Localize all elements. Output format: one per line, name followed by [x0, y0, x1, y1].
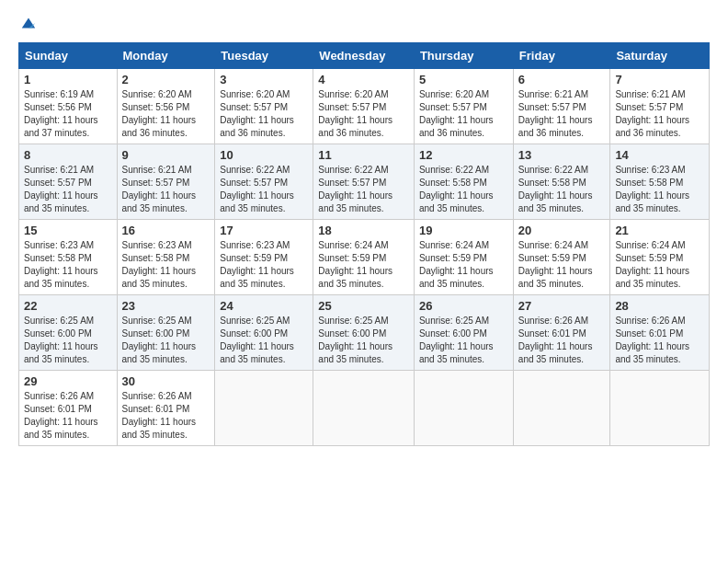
day-info: Sunrise: 6:22 AM Sunset: 5:57 PM Dayligh… [318, 164, 409, 215]
day-info: Sunrise: 6:20 AM Sunset: 5:56 PM Dayligh… [122, 88, 210, 140]
day-number: 23 [122, 299, 210, 313]
day-number: 1 [24, 73, 112, 86]
calendar-cell [215, 371, 313, 446]
day-number: 9 [122, 148, 210, 162]
header [18, 15, 710, 31]
svg-marker-0 [22, 18, 35, 29]
calendar-cell: 9Sunrise: 6:21 AM Sunset: 5:57 PM Daylig… [117, 144, 215, 220]
calendar-cell: 1Sunrise: 6:19 AM Sunset: 5:56 PM Daylig… [19, 69, 118, 144]
calendar-cell: 26Sunrise: 6:25 AM Sunset: 6:00 PM Dayli… [414, 295, 513, 371]
calendar-week-2: 8Sunrise: 6:21 AM Sunset: 5:57 PM Daylig… [19, 144, 710, 220]
calendar-cell [414, 371, 513, 446]
day-info: Sunrise: 6:24 AM Sunset: 5:59 PM Dayligh… [615, 239, 704, 291]
day-number: 13 [518, 148, 606, 162]
calendar-cell: 13Sunrise: 6:22 AM Sunset: 5:58 PM Dayli… [513, 144, 610, 220]
day-number: 8 [24, 148, 112, 162]
day-info: Sunrise: 6:22 AM Sunset: 5:57 PM Dayligh… [220, 164, 308, 215]
day-number: 12 [419, 148, 508, 162]
logo-icon [20, 15, 37, 31]
day-number: 24 [220, 299, 308, 313]
calendar-week-4: 22Sunrise: 6:25 AM Sunset: 6:00 PM Dayli… [19, 295, 710, 371]
calendar-cell: 29Sunrise: 6:26 AM Sunset: 6:01 PM Dayli… [19, 371, 118, 446]
day-info: Sunrise: 6:22 AM Sunset: 5:58 PM Dayligh… [518, 164, 606, 215]
calendar-cell: 4Sunrise: 6:20 AM Sunset: 5:57 PM Daylig… [313, 69, 415, 144]
calendar-cell: 7Sunrise: 6:21 AM Sunset: 5:57 PM Daylig… [610, 69, 710, 144]
day-number: 16 [122, 224, 210, 237]
calendar-cell [513, 371, 610, 446]
day-info: Sunrise: 6:25 AM Sunset: 6:00 PM Dayligh… [419, 315, 508, 366]
day-info: Sunrise: 6:19 AM Sunset: 5:56 PM Dayligh… [24, 88, 112, 140]
calendar-cell: 30Sunrise: 6:26 AM Sunset: 6:01 PM Dayli… [117, 371, 215, 446]
calendar-table: SundayMondayTuesdayWednesdayThursdayFrid… [18, 42, 710, 446]
day-info: Sunrise: 6:21 AM Sunset: 5:57 PM Dayligh… [24, 164, 112, 215]
day-number: 26 [419, 299, 508, 313]
day-number: 6 [518, 73, 606, 86]
day-info: Sunrise: 6:25 AM Sunset: 6:00 PM Dayligh… [220, 315, 308, 366]
day-number: 20 [518, 224, 606, 237]
day-number: 7 [615, 73, 704, 86]
calendar-cell: 2Sunrise: 6:20 AM Sunset: 5:56 PM Daylig… [117, 69, 215, 144]
day-number: 17 [220, 224, 308, 237]
calendar-cell: 20Sunrise: 6:24 AM Sunset: 5:59 PM Dayli… [513, 220, 610, 295]
day-info: Sunrise: 6:25 AM Sunset: 6:00 PM Dayligh… [318, 315, 409, 366]
calendar-cell: 22Sunrise: 6:25 AM Sunset: 6:00 PM Dayli… [19, 295, 118, 371]
day-info: Sunrise: 6:26 AM Sunset: 6:01 PM Dayligh… [24, 390, 112, 442]
day-number: 11 [318, 148, 409, 162]
day-info: Sunrise: 6:23 AM Sunset: 5:58 PM Dayligh… [24, 239, 112, 291]
day-info: Sunrise: 6:21 AM Sunset: 5:57 PM Dayligh… [615, 88, 704, 140]
calendar-cell: 8Sunrise: 6:21 AM Sunset: 5:57 PM Daylig… [19, 144, 118, 220]
day-info: Sunrise: 6:20 AM Sunset: 5:57 PM Dayligh… [318, 88, 409, 140]
weekday-header-friday: Friday [513, 43, 610, 69]
day-info: Sunrise: 6:20 AM Sunset: 5:57 PM Dayligh… [419, 88, 508, 140]
weekday-header-thursday: Thursday [414, 43, 513, 69]
day-info: Sunrise: 6:25 AM Sunset: 6:00 PM Dayligh… [122, 315, 210, 366]
calendar-cell: 25Sunrise: 6:25 AM Sunset: 6:00 PM Dayli… [313, 295, 415, 371]
day-info: Sunrise: 6:23 AM Sunset: 5:58 PM Dayligh… [615, 164, 704, 215]
day-number: 3 [220, 73, 308, 86]
calendar-cell: 21Sunrise: 6:24 AM Sunset: 5:59 PM Dayli… [610, 220, 710, 295]
calendar-cell: 5Sunrise: 6:20 AM Sunset: 5:57 PM Daylig… [414, 69, 513, 144]
calendar-cell: 28Sunrise: 6:26 AM Sunset: 6:01 PM Dayli… [610, 295, 710, 371]
day-info: Sunrise: 6:26 AM Sunset: 6:01 PM Dayligh… [615, 315, 704, 366]
day-info: Sunrise: 6:23 AM Sunset: 5:58 PM Dayligh… [122, 239, 210, 291]
day-number: 2 [122, 73, 210, 86]
calendar-cell: 19Sunrise: 6:24 AM Sunset: 5:59 PM Dayli… [414, 220, 513, 295]
day-info: Sunrise: 6:24 AM Sunset: 5:59 PM Dayligh… [419, 239, 508, 291]
weekday-header-monday: Monday [117, 43, 215, 69]
calendar-cell: 23Sunrise: 6:25 AM Sunset: 6:00 PM Dayli… [117, 295, 215, 371]
day-info: Sunrise: 6:21 AM Sunset: 5:57 PM Dayligh… [518, 88, 606, 140]
day-info: Sunrise: 6:24 AM Sunset: 5:59 PM Dayligh… [518, 239, 606, 291]
day-number: 4 [318, 73, 409, 86]
day-number: 21 [615, 224, 704, 237]
calendar-cell: 3Sunrise: 6:20 AM Sunset: 5:57 PM Daylig… [215, 69, 313, 144]
day-info: Sunrise: 6:26 AM Sunset: 6:01 PM Dayligh… [518, 315, 606, 366]
calendar-cell: 16Sunrise: 6:23 AM Sunset: 5:58 PM Dayli… [117, 220, 215, 295]
calendar-cell: 24Sunrise: 6:25 AM Sunset: 6:00 PM Dayli… [215, 295, 313, 371]
day-number: 19 [419, 224, 508, 237]
calendar-week-3: 15Sunrise: 6:23 AM Sunset: 5:58 PM Dayli… [19, 220, 710, 295]
day-number: 30 [122, 374, 210, 388]
weekday-header-saturday: Saturday [610, 43, 710, 69]
day-number: 10 [220, 148, 308, 162]
weekday-header-wednesday: Wednesday [313, 43, 415, 69]
page: SundayMondayTuesdayWednesdayThursdayFrid… [0, 0, 728, 563]
weekday-header-row: SundayMondayTuesdayWednesdayThursdayFrid… [19, 43, 710, 69]
calendar-cell: 17Sunrise: 6:23 AM Sunset: 5:59 PM Dayli… [215, 220, 313, 295]
day-info: Sunrise: 6:24 AM Sunset: 5:59 PM Dayligh… [318, 239, 409, 291]
day-info: Sunrise: 6:26 AM Sunset: 6:01 PM Dayligh… [122, 390, 210, 442]
day-number: 5 [419, 73, 508, 86]
day-number: 14 [615, 148, 704, 162]
day-number: 18 [318, 224, 409, 237]
day-number: 25 [318, 299, 409, 313]
weekday-header-tuesday: Tuesday [215, 43, 313, 69]
calendar-cell: 6Sunrise: 6:21 AM Sunset: 5:57 PM Daylig… [513, 69, 610, 144]
calendar-cell: 18Sunrise: 6:24 AM Sunset: 5:59 PM Dayli… [313, 220, 415, 295]
calendar-cell: 14Sunrise: 6:23 AM Sunset: 5:58 PM Dayli… [610, 144, 710, 220]
calendar-week-1: 1Sunrise: 6:19 AM Sunset: 5:56 PM Daylig… [19, 69, 710, 144]
day-number: 15 [24, 224, 112, 237]
day-number: 28 [615, 299, 704, 313]
weekday-header-sunday: Sunday [19, 43, 118, 69]
day-info: Sunrise: 6:21 AM Sunset: 5:57 PM Dayligh… [122, 164, 210, 215]
calendar-week-5: 29Sunrise: 6:26 AM Sunset: 6:01 PM Dayli… [19, 371, 710, 446]
calendar-cell: 11Sunrise: 6:22 AM Sunset: 5:57 PM Dayli… [313, 144, 415, 220]
